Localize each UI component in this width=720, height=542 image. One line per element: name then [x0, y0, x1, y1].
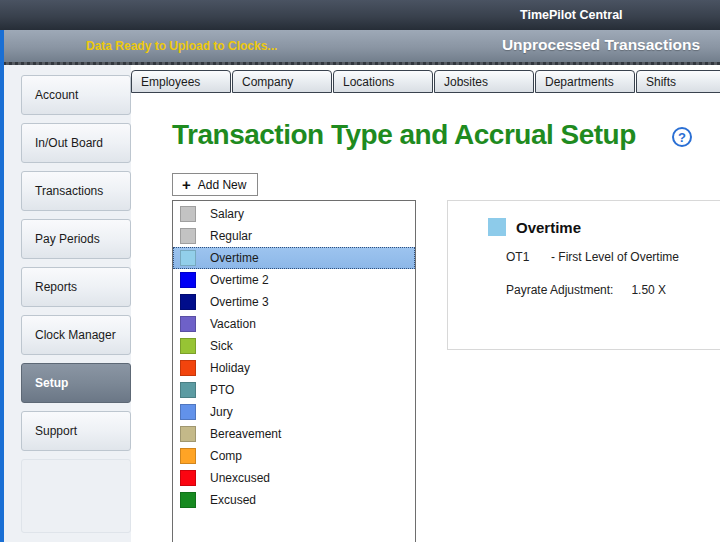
payrate-label: Payrate Adjustment: — [506, 283, 613, 297]
color-swatch — [180, 294, 196, 310]
transaction-type-label: Bereavement — [210, 427, 281, 441]
color-swatch — [180, 250, 196, 266]
sidebar-item-label: Account — [35, 88, 78, 102]
transaction-type-row[interactable]: Overtime 2 — [173, 269, 415, 291]
tab[interactable]: Shifts — [636, 70, 720, 93]
sidebar-empty-panel — [21, 459, 131, 533]
help-icon[interactable]: ? — [672, 127, 692, 147]
transaction-type-row[interactable]: Excused — [173, 489, 415, 511]
sidebar-item-label: Transactions — [35, 184, 103, 198]
sidebar-item-label: Setup — [35, 376, 68, 390]
tab[interactable]: Jobsites — [434, 70, 534, 93]
tab-label: Departments — [545, 75, 614, 89]
tab-label: Locations — [343, 75, 394, 89]
transaction-type-label: Vacation — [210, 317, 256, 331]
sidebar-nav: Account In/Out Board Transactions Pay Pe… — [4, 65, 131, 542]
transaction-type-label: PTO — [210, 383, 234, 397]
transaction-type-row[interactable]: Holiday — [173, 357, 415, 379]
sidebar-item[interactable]: Account — [21, 75, 131, 115]
transaction-type-label: Sick — [210, 339, 233, 353]
tab[interactable]: Locations — [333, 70, 433, 93]
add-new-button[interactable]: + Add New — [172, 173, 258, 196]
upload-status-message: Data Ready to Upload to Clocks... — [86, 39, 277, 53]
transaction-type-label: Holiday — [210, 361, 250, 375]
transaction-type-label: Jury — [210, 405, 233, 419]
status-header-bar: Data Ready to Upload to Clocks... Unproc… — [4, 30, 720, 62]
transaction-type-row[interactable]: Salary — [173, 203, 415, 225]
transaction-type-row[interactable]: Jury — [173, 401, 415, 423]
window-title: TimePilot Central — [520, 0, 623, 30]
transaction-type-label: Regular — [210, 229, 252, 243]
sidebar-item-label: Clock Manager — [35, 328, 116, 342]
add-new-label: Add New — [198, 178, 247, 192]
transaction-type-row[interactable]: Overtime — [173, 247, 415, 269]
transaction-type-row[interactable]: Regular — [173, 225, 415, 247]
sidebar-item[interactable]: Reports — [21, 267, 131, 307]
detail-code: OT1 — [506, 250, 551, 264]
detail-description: - First Level of Overtime — [551, 250, 679, 264]
sidebar-item-label: Support — [35, 424, 77, 438]
color-swatch — [180, 272, 196, 288]
color-swatch — [180, 316, 196, 332]
tab-label: Company — [242, 75, 293, 89]
transaction-type-label: Overtime 3 — [210, 295, 269, 309]
color-swatch — [180, 470, 196, 486]
tab[interactable]: Departments — [535, 70, 635, 93]
detail-header: Overtime — [488, 218, 581, 236]
transaction-type-list[interactable]: Salary Regular Overtime Overtime 2 Overt… — [172, 200, 416, 542]
color-swatch — [180, 228, 196, 244]
color-swatch — [180, 492, 196, 508]
transaction-detail-panel: Overtime OT1 - First Level of Overtime P… — [447, 200, 720, 350]
setup-tabs: Employees Company Locations Jobsites Dep… — [131, 70, 720, 93]
sidebar-item[interactable]: In/Out Board — [21, 123, 131, 163]
transaction-type-label: Excused — [210, 493, 256, 507]
sidebar-item[interactable]: Clock Manager — [21, 315, 131, 355]
main-content: Transaction Type and Accrual Setup ? + A… — [131, 93, 720, 542]
tab-label: Employees — [141, 75, 200, 89]
detail-color-swatch — [488, 218, 506, 236]
window-titlebar: TimePilot Central — [0, 0, 720, 30]
sidebar-item[interactable]: Pay Periods — [21, 219, 131, 259]
detail-payrate-line: Payrate Adjustment: 1.50 X — [506, 283, 666, 297]
transaction-type-row[interactable]: Sick — [173, 335, 415, 357]
sidebar-item-label: Pay Periods — [35, 232, 100, 246]
tab[interactable]: Company — [232, 70, 332, 93]
color-swatch — [180, 404, 196, 420]
color-swatch — [180, 448, 196, 464]
sidebar-item[interactable]: Support — [21, 411, 131, 451]
transaction-type-label: Overtime 2 — [210, 273, 269, 287]
payrate-value: 1.50 X — [631, 283, 666, 297]
sidebar-item-label: In/Out Board — [35, 136, 103, 150]
page-title: Transaction Type and Accrual Setup — [172, 119, 636, 151]
transaction-type-label: Unexcused — [210, 471, 270, 485]
transaction-type-label: Overtime — [210, 251, 259, 265]
unprocessed-transactions-title: Unprocessed Transactions — [502, 36, 700, 54]
tab-label: Jobsites — [444, 75, 488, 89]
transaction-type-row[interactable]: Overtime 3 — [173, 291, 415, 313]
sidebar-item-label: Reports — [35, 280, 77, 294]
tab-label: Shifts — [646, 75, 676, 89]
transaction-type-row[interactable]: Comp — [173, 445, 415, 467]
transaction-type-row[interactable]: Unexcused — [173, 467, 415, 489]
transaction-type-label: Salary — [210, 207, 244, 221]
transaction-type-label: Comp — [210, 449, 242, 463]
transaction-type-row[interactable]: Vacation — [173, 313, 415, 335]
sidebar-item[interactable]: Setup — [21, 363, 131, 403]
transaction-type-row[interactable]: Bereavement — [173, 423, 415, 445]
color-swatch — [180, 426, 196, 442]
detail-title: Overtime — [516, 219, 581, 236]
color-swatch — [180, 338, 196, 354]
sidebar-item[interactable]: Transactions — [21, 171, 131, 211]
color-swatch — [180, 360, 196, 376]
transaction-type-row[interactable]: PTO — [173, 379, 415, 401]
detail-code-line: OT1 - First Level of Overtime — [506, 250, 679, 264]
color-swatch — [180, 206, 196, 222]
color-swatch — [180, 382, 196, 398]
plus-icon: + — [182, 177, 191, 192]
tab[interactable]: Employees — [131, 70, 231, 93]
